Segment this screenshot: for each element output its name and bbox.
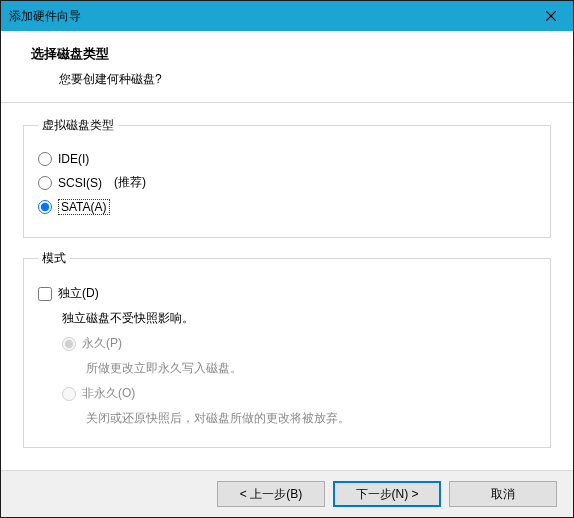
radio-sata-label: SATA(A) bbox=[58, 199, 110, 215]
close-button[interactable] bbox=[529, 1, 573, 31]
persistent-hint: 所做更改立即永久写入磁盘。 bbox=[86, 360, 536, 377]
back-button[interactable]: < 上一步(B) bbox=[217, 481, 325, 507]
scsi-recommend-label: (推荐) bbox=[114, 174, 146, 191]
radio-persistent-label: 永久(P) bbox=[82, 335, 122, 352]
radio-row-persistent: 永久(P) bbox=[62, 335, 536, 352]
radio-nonpersistent-label: 非永久(O) bbox=[82, 385, 135, 402]
radio-persistent bbox=[62, 337, 76, 351]
window-title: 添加硬件向导 bbox=[9, 8, 81, 25]
radio-ide[interactable] bbox=[38, 152, 52, 166]
independent-hint: 独立磁盘不受快照影响。 bbox=[62, 310, 536, 327]
wizard-subheading: 您要创建何种磁盘? bbox=[31, 63, 553, 88]
group-disk-type: 虚拟磁盘类型 IDE(I) SCSI(S) (推荐) SATA(A) bbox=[23, 117, 551, 238]
group-disk-type-legend: 虚拟磁盘类型 bbox=[38, 117, 118, 134]
titlebar: 添加硬件向导 bbox=[1, 1, 573, 31]
nonpersistent-hint: 关闭或还原快照后，对磁盘所做的更改将被放弃。 bbox=[86, 410, 536, 427]
wizard-window: 添加硬件向导 选择磁盘类型 您要创建何种磁盘? 虚拟磁盘类型 IDE(I) SC… bbox=[0, 0, 574, 518]
next-button[interactable]: 下一步(N) > bbox=[333, 481, 441, 507]
wizard-content: 虚拟磁盘类型 IDE(I) SCSI(S) (推荐) SATA(A) 模式 独立… bbox=[1, 103, 573, 470]
radio-scsi-label: SCSI(S) bbox=[58, 176, 102, 190]
wizard-footer: < 上一步(B) 下一步(N) > 取消 bbox=[1, 470, 573, 517]
checkbox-independent[interactable] bbox=[38, 287, 52, 301]
radio-scsi[interactable] bbox=[38, 176, 52, 190]
group-mode-legend: 模式 bbox=[38, 250, 70, 267]
radio-row-sata[interactable]: SATA(A) bbox=[38, 199, 536, 215]
check-row-independent[interactable]: 独立(D) bbox=[38, 285, 536, 302]
radio-nonpersistent bbox=[62, 387, 76, 401]
close-icon bbox=[546, 8, 556, 24]
checkbox-independent-label: 独立(D) bbox=[58, 285, 99, 302]
wizard-heading: 选择磁盘类型 bbox=[31, 45, 553, 63]
radio-ide-label: IDE(I) bbox=[58, 152, 89, 166]
radio-row-scsi[interactable]: SCSI(S) (推荐) bbox=[38, 174, 536, 191]
radio-row-ide[interactable]: IDE(I) bbox=[38, 152, 536, 166]
radio-sata[interactable] bbox=[38, 200, 52, 214]
wizard-header: 选择磁盘类型 您要创建何种磁盘? bbox=[1, 31, 573, 103]
group-mode: 模式 独立(D) 独立磁盘不受快照影响。 永久(P) 所做更改立即永久写入磁盘。… bbox=[23, 250, 551, 448]
radio-row-nonpersistent: 非永久(O) bbox=[62, 385, 536, 402]
cancel-button[interactable]: 取消 bbox=[449, 481, 557, 507]
